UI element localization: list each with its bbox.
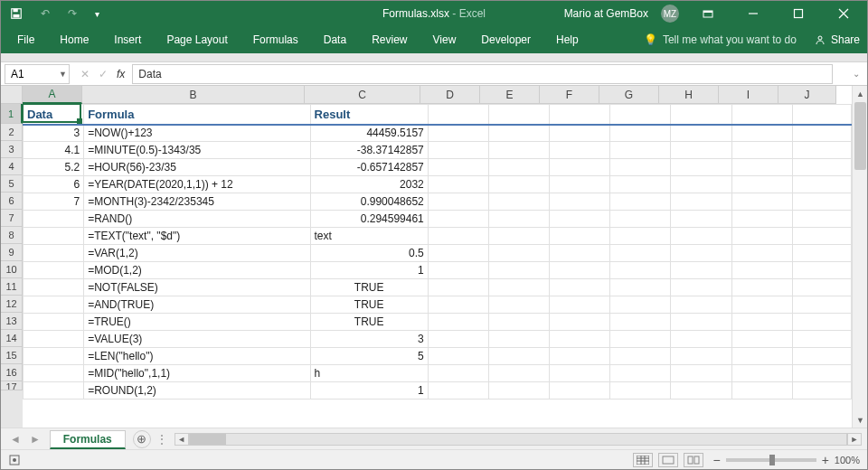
cell[interactable] [610, 314, 671, 331]
cell[interactable] [792, 348, 851, 365]
cell[interactable] [24, 382, 84, 400]
cell[interactable] [731, 296, 792, 314]
cell[interactable] [488, 314, 549, 331]
cell[interactable] [428, 365, 488, 382]
cell[interactable] [428, 314, 488, 331]
cell[interactable]: 0.294599461 [310, 211, 428, 228]
cell[interactable] [488, 159, 549, 176]
tell-me[interactable]: 💡 Tell me what you want to do [644, 33, 797, 46]
cell[interactable] [792, 245, 851, 262]
cell[interactable]: =RAND() [84, 211, 310, 228]
ribbon-display-options-icon[interactable] [692, 1, 724, 26]
cell[interactable]: 1 [310, 262, 428, 279]
cell[interactable]: Formula [84, 105, 310, 125]
maximize-button[interactable] [782, 1, 815, 26]
cell[interactable]: 1 [310, 382, 428, 400]
zoom-slider[interactable] [726, 458, 816, 462]
cell[interactable] [488, 331, 549, 348]
record-macro-icon[interactable] [8, 454, 21, 466]
ribbon-tab-data[interactable]: Data [311, 26, 359, 53]
cell[interactable] [488, 382, 549, 400]
scroll-up-icon[interactable]: ▲ [853, 86, 867, 101]
ribbon-tab-review[interactable]: Review [359, 26, 420, 53]
zoom-in-button[interactable]: + [822, 453, 829, 467]
cell[interactable] [792, 228, 851, 245]
cell[interactable] [488, 193, 549, 211]
cell[interactable] [671, 176, 731, 193]
cell[interactable] [550, 176, 610, 193]
cell[interactable] [550, 314, 610, 331]
cell[interactable]: 2032 [310, 176, 428, 193]
row-header-8[interactable]: 8 [1, 227, 23, 244]
cell[interactable]: 0.990048652 [310, 193, 428, 211]
cell[interactable] [731, 382, 792, 400]
cell[interactable]: TRUE [310, 279, 428, 296]
cell[interactable]: =VALUE(3) [84, 331, 310, 348]
column-header-G[interactable]: G [599, 86, 659, 104]
cell[interactable] [428, 159, 488, 176]
cell[interactable] [792, 159, 851, 176]
cell[interactable] [550, 228, 610, 245]
cell[interactable] [488, 211, 549, 228]
cell[interactable] [428, 382, 488, 400]
cell[interactable] [671, 193, 731, 211]
cell[interactable] [550, 159, 610, 176]
cell[interactable]: TRUE [310, 296, 428, 314]
column-header-E[interactable]: E [480, 86, 540, 104]
avatar[interactable]: MZ [661, 5, 679, 23]
cell[interactable]: TRUE [310, 314, 428, 331]
cell[interactable] [610, 125, 671, 142]
ribbon-tab-help[interactable]: Help [543, 26, 591, 53]
cell[interactable]: =HOUR(56)-23/35 [84, 159, 310, 176]
row-header-17[interactable]: 17 [1, 381, 23, 390]
cell[interactable] [731, 159, 792, 176]
row-header-6[interactable]: 6 [1, 193, 23, 210]
cell[interactable] [792, 331, 851, 348]
minimize-button[interactable] [737, 1, 769, 26]
horizontal-scroll-thumb[interactable] [190, 434, 226, 445]
cell[interactable] [792, 193, 851, 211]
row-header-7[interactable]: 7 [1, 210, 23, 227]
cell[interactable] [610, 193, 671, 211]
cell[interactable] [428, 348, 488, 365]
cell[interactable] [792, 142, 851, 159]
save-icon[interactable] [10, 7, 23, 20]
ribbon-tab-formulas[interactable]: Formulas [241, 26, 311, 53]
scroll-down-icon[interactable]: ▼ [853, 412, 867, 428]
cell[interactable] [550, 125, 610, 142]
cell[interactable] [428, 245, 488, 262]
cell[interactable]: Result [310, 105, 428, 125]
cell[interactable] [428, 331, 488, 348]
cell[interactable] [610, 382, 671, 400]
cell[interactable] [731, 365, 792, 382]
cell[interactable] [550, 262, 610, 279]
cell[interactable]: =NOW()+123 [84, 125, 310, 142]
tab-scroll-dots-icon[interactable]: ⋮ [156, 433, 169, 446]
cell[interactable]: =MINUTE(0.5)-1343/35 [84, 142, 310, 159]
cell[interactable] [610, 159, 671, 176]
cell[interactable] [671, 314, 731, 331]
cell[interactable] [550, 193, 610, 211]
cell[interactable] [671, 159, 731, 176]
ribbon-tab-view[interactable]: View [420, 26, 469, 53]
cell[interactable] [550, 142, 610, 159]
cell[interactable] [671, 105, 731, 125]
cell[interactable]: Data [24, 105, 84, 125]
redo-icon[interactable]: ↷ [68, 7, 77, 20]
cell[interactable] [550, 279, 610, 296]
cell[interactable] [610, 365, 671, 382]
cell[interactable] [731, 193, 792, 211]
cell[interactable] [488, 125, 549, 142]
cell[interactable]: =TRUE() [84, 314, 310, 331]
cell[interactable] [731, 262, 792, 279]
cell[interactable] [488, 142, 549, 159]
cell[interactable] [488, 279, 549, 296]
cell[interactable] [731, 176, 792, 193]
cell[interactable]: =MOD(1,2) [84, 262, 310, 279]
cell[interactable] [792, 365, 851, 382]
cell[interactable] [24, 331, 84, 348]
cell[interactable] [488, 262, 549, 279]
cell[interactable]: 4.1 [24, 142, 84, 159]
column-header-A[interactable]: A [23, 86, 82, 104]
cell[interactable] [610, 296, 671, 314]
